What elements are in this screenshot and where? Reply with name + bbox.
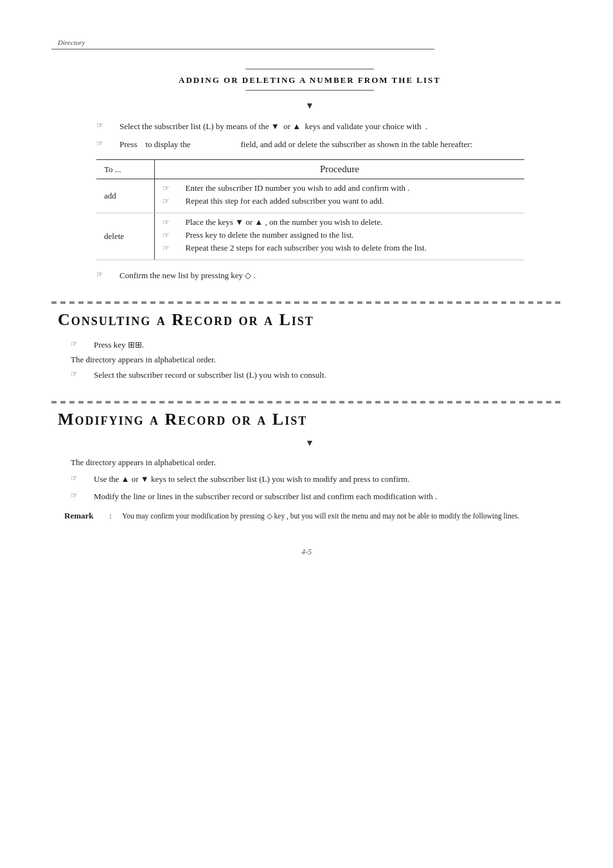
hand-icon-consulting-2: ☞: [71, 369, 89, 379]
delete-proc-1: ☞ Place the keys ▼ or ▲ , on the number …: [163, 217, 517, 227]
page-number: 4-5: [51, 547, 562, 557]
adding-instructions: ☞ Select the subscriber list (L) by mean…: [96, 120, 562, 150]
modifying-arrow: ▼: [58, 438, 562, 448]
directory-label: Directory: [51, 39, 562, 46]
add-proc-2: ☞ Repeat this step for each added subscr…: [163, 196, 517, 206]
adding-title-text: Adding or Deleting a Number from the Lis…: [179, 75, 441, 85]
hand-icon-2: ☞: [96, 138, 114, 148]
modifying-step1: The directory appears in alphabetical or…: [71, 457, 562, 468]
hand-icon-confirm: ☞: [96, 269, 114, 279]
hand-icon-add-2: ☞: [163, 196, 181, 206]
table-cell-add-label: add: [96, 179, 154, 213]
confirm-row: ☞ Confirm the new list by pressing key ◇…: [96, 269, 562, 282]
confirm-text: Confirm the new list by pressing key ◇ .: [120, 269, 562, 282]
consulting-title-text: Consulting a Record or a List: [58, 310, 314, 329]
page: Directory Adding or Deleting a Number fr…: [0, 0, 613, 868]
modifying-step3-text: Modify the line or lines in the subscrib…: [94, 490, 562, 503]
adding-title-line-top: [245, 69, 374, 69]
adding-title-line-bottom: [245, 90, 374, 91]
hand-icon-1: ☞: [96, 120, 114, 130]
table-cell-add-procedures: ☞ Enter the subscriber ID number you wis…: [154, 179, 524, 213]
table-cell-delete-procedures: ☞ Place the keys ▼ or ▲ , on the number …: [154, 213, 524, 260]
remark-row: Remark : You may confirm your modificati…: [64, 511, 562, 522]
add-proc-1-text: Enter the subscriber ID number you wish …: [186, 183, 410, 193]
remark-text: You may confirm your modification by pre…: [122, 511, 562, 522]
hand-icon-consulting-1: ☞: [71, 339, 89, 349]
hand-icon-modify-1: ☞: [71, 473, 89, 483]
modifying-step2-text: Use the ▲ or ▼ keys to select the subscr…: [94, 473, 562, 486]
consulting-step1-row: ☞ Press key ⊞⊞.: [71, 339, 562, 351]
dashed-sep-2: [51, 401, 562, 403]
add-proc-2-text: Repeat this step for each added subscrib…: [186, 196, 384, 206]
delete-proc-2: ☞ Press key to delete the number assigne…: [163, 230, 517, 240]
remark-label: Remark: [64, 511, 103, 522]
consulting-step2-text: The directory appears in alphabetical or…: [71, 355, 216, 364]
modifying-step2-row: ☞ Use the ▲ or ▼ keys to select the subs…: [71, 473, 562, 486]
add-proc-1: ☞ Enter the subscriber ID number you wis…: [163, 183, 517, 193]
adding-arrow: ▼: [58, 101, 562, 111]
table-row-add: add ☞ Enter the subscriber ID number you…: [96, 179, 524, 213]
adding-title: Adding or Deleting a Number from the Lis…: [58, 73, 562, 86]
table-row-delete: delete ☞ Place the keys ▼ or ▲ , on the …: [96, 213, 524, 260]
adding-inst2-text: Press to display the field, and add or d…: [120, 138, 562, 151]
hand-icon-delete-3: ☞: [163, 243, 181, 253]
delete-proc-3-text: Repeat these 2 steps for each subscriber…: [186, 243, 427, 253]
dash-line-1: [51, 301, 562, 304]
adding-inst1: ☞ Select the subscriber list (L) by mean…: [96, 120, 562, 133]
table-cell-delete-label: delete: [96, 213, 154, 260]
modifying-title: Modifying a Record or a List: [58, 410, 562, 429]
hand-icon-modify-2: ☞: [71, 490, 89, 500]
consulting-step3-text: Select the subscriber record or subscrib…: [94, 369, 562, 382]
hand-icon-add-1: ☞: [163, 183, 181, 193]
dash-line-2: [51, 401, 562, 403]
consulting-step2: The directory appears in alphabetical or…: [71, 355, 562, 365]
modifying-section: Modifying a Record or a List ▼ The direc…: [58, 410, 562, 522]
modifying-title-text: Modifying a Record or a List: [58, 410, 307, 429]
consulting-section: Consulting a Record or a List ☞ Press ke…: [58, 310, 562, 382]
dashed-sep-1: [51, 301, 562, 304]
header-divider: [51, 49, 434, 49]
confirm-block: ☞ Confirm the new list by pressing key ◇…: [96, 269, 562, 282]
consulting-step3-row: ☞ Select the subscriber record or subscr…: [71, 369, 562, 382]
consulting-title: Consulting a Record or a List: [58, 310, 562, 330]
consulting-step1-text: Press key ⊞⊞.: [94, 339, 562, 351]
table-header-proc: Procedure: [154, 160, 524, 179]
modifying-step3-row: ☞ Modify the line or lines in the subscr…: [71, 490, 562, 503]
adding-title-wrap: Adding or Deleting a Number from the Lis…: [58, 69, 562, 91]
modifying-step1-text: The directory appears in alphabetical or…: [71, 457, 216, 467]
hand-icon-delete-2: ☞: [163, 230, 181, 240]
delete-proc-1-text: Place the keys ▼ or ▲ , on the number yo…: [186, 217, 383, 227]
delete-proc-2-text: Press key to delete the number assigned …: [186, 230, 354, 240]
table-header-to: To ...: [96, 160, 154, 179]
header-section: Directory: [51, 39, 562, 49]
adding-inst1-text: Select the subscriber list (L) by means …: [120, 120, 562, 133]
procedure-table: To ... Procedure add ☞ Enter the subscri…: [96, 159, 524, 260]
adding-inst2: ☞ Press to display the field, and add or…: [96, 138, 562, 151]
hand-icon-delete-1: ☞: [163, 217, 181, 227]
delete-proc-3: ☞ Repeat these 2 steps for each subscrib…: [163, 243, 517, 253]
remark-colon: :: [109, 511, 116, 522]
adding-section: Adding or Deleting a Number from the Lis…: [58, 69, 562, 282]
